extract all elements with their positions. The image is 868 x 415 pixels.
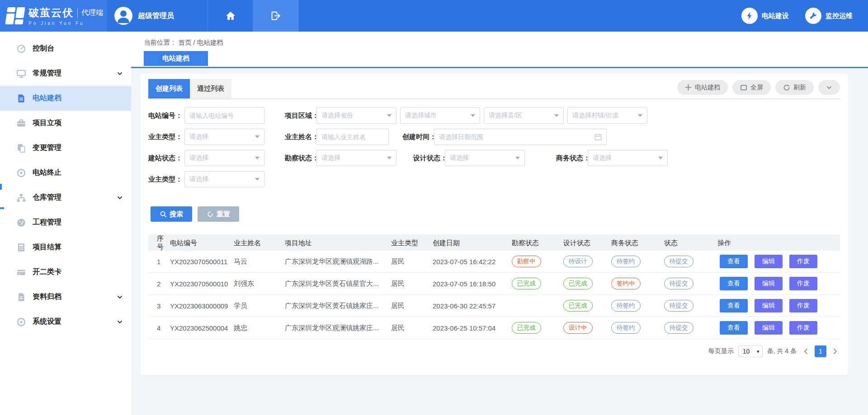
owner-type-select[interactable]: 请选择 xyxy=(184,129,264,145)
view-button[interactable]: 查看 xyxy=(720,299,748,312)
status-badge: 待提交 xyxy=(664,322,693,334)
void-button[interactable]: 作废 xyxy=(789,255,817,268)
edit-button[interactable]: 编辑 xyxy=(755,255,783,268)
sidebar-item-system-settings[interactable]: 系统设置 xyxy=(0,309,131,334)
prev-page-button[interactable] xyxy=(801,345,810,357)
sidebar-item-project-settlement[interactable]: 项目结算 xyxy=(0,235,131,260)
edit-button[interactable]: 编辑 xyxy=(755,299,783,312)
monitor-icon xyxy=(16,69,26,79)
target-icon xyxy=(16,317,26,327)
city-select[interactable]: 请选择城市 xyxy=(400,107,480,124)
view-button[interactable]: 查看 xyxy=(720,321,748,335)
user-menu[interactable]: 超级管理员 xyxy=(107,0,208,32)
chevron-down-icon xyxy=(117,319,123,325)
status-badge: 待设计 xyxy=(563,256,593,267)
void-button[interactable]: 作废 xyxy=(789,321,817,335)
per-page-select[interactable]: 10 ▾ xyxy=(738,345,763,357)
status-badge: 待提交 xyxy=(664,300,693,312)
reset-icon xyxy=(207,210,214,218)
page-tab-station-archive[interactable]: 电站建档 xyxy=(144,51,208,66)
chevron-down-icon xyxy=(117,195,123,201)
build-status-select[interactable]: 请选择 xyxy=(184,150,264,166)
status-badge: 待签约 xyxy=(611,300,641,312)
chevron-right-icon xyxy=(833,348,838,354)
caret-down-icon: ▾ xyxy=(757,349,760,354)
chevron-left-icon xyxy=(803,348,808,354)
filter-label: 电站编号： xyxy=(148,112,184,120)
refresh-button[interactable]: 刷新 xyxy=(775,80,814,95)
logout-button[interactable] xyxy=(253,0,298,32)
void-button[interactable]: 作废 xyxy=(789,299,817,312)
refresh-icon xyxy=(783,84,790,91)
search-button[interactable]: 搜索 xyxy=(151,206,192,222)
filter-label: 设计状态： xyxy=(413,154,445,163)
status-badge: 待签约 xyxy=(611,322,641,334)
caret-down-icon xyxy=(255,135,259,138)
filter-label: 业主姓名： xyxy=(285,133,316,141)
caret-down-icon xyxy=(638,114,642,117)
sidebar-item-station-archive[interactable]: 电站建档 xyxy=(0,86,131,111)
edit-button[interactable]: 编辑 xyxy=(755,277,783,290)
sidebar-item-project-initiation[interactable]: 项目立项 xyxy=(0,111,131,135)
add-station-button[interactable]: 电站建档 xyxy=(677,80,728,95)
edit-button[interactable]: 编辑 xyxy=(755,321,783,335)
owner-type2-select[interactable]: 请选择 xyxy=(184,171,264,187)
owner-name-input[interactable] xyxy=(316,129,389,145)
sidebar-item-engineering-mgmt[interactable]: 工程管理 xyxy=(0,210,131,235)
nav-station-construction[interactable]: 电站建设 xyxy=(741,8,789,24)
filter-label: 项目区域： xyxy=(285,112,316,120)
next-page-button[interactable] xyxy=(831,345,840,357)
void-button[interactable]: 作废 xyxy=(789,277,817,290)
briefcase-icon xyxy=(16,118,26,128)
page-number-button[interactable]: 1 xyxy=(815,345,826,357)
table-row: 2 YX2023070500010 刘强东 广东深圳龙华区黄石镇星官大... 居… xyxy=(148,273,840,295)
scroll-indicator xyxy=(0,207,4,209)
view-button[interactable]: 查看 xyxy=(720,255,748,268)
caret-down-icon xyxy=(554,114,559,117)
home-button[interactable] xyxy=(208,0,253,32)
station-no-input[interactable] xyxy=(184,107,264,124)
caret-down-icon xyxy=(515,157,520,159)
document-icon xyxy=(16,292,26,302)
sidebar-item-type2-card[interactable]: 开二类卡 xyxy=(0,260,131,284)
chevron-down-icon xyxy=(826,84,832,91)
sidebar-item-warehouse-mgmt[interactable]: 仓库管理 xyxy=(0,185,131,210)
design-status-select[interactable]: 请选择 xyxy=(445,150,525,166)
station-table: 序号 电站编号 业主姓名 项目地址 业主类型 创建日期 勘察状态 设计状态 商务… xyxy=(148,234,840,339)
filter-label: 勘察状态： xyxy=(285,154,316,163)
brand-title: 破茧云伏 xyxy=(28,6,74,20)
county-select[interactable]: 请选择县/区 xyxy=(484,107,564,124)
sidebar-item-console[interactable]: 控制台 xyxy=(0,36,131,61)
date-range-input[interactable] xyxy=(434,129,607,145)
tab-passed-list[interactable]: 通过列表 xyxy=(190,79,231,98)
filter-form: 电站编号： 项目区域： 请选择省份 请选择城市 请选择县/区 xyxy=(140,99,848,187)
main-content: 当前位置： 首页 / 电站建档 电站建档 创建列表 通过列表 xyxy=(131,32,868,415)
user-icon xyxy=(114,7,132,25)
calculator-icon xyxy=(16,242,26,252)
top-header: 破茧云伏 代理端 Po Jian Yun Fu 超级管理员 xyxy=(0,0,868,32)
sidebar-item-station-termination[interactable]: 电站终止 xyxy=(0,160,131,185)
fullscreen-button[interactable]: 全屏 xyxy=(732,80,771,95)
business-status-select[interactable]: 请选择 xyxy=(588,150,668,166)
view-button[interactable]: 查看 xyxy=(720,277,748,290)
sidebar-item-data-archive[interactable]: 资料归档 xyxy=(0,284,131,309)
status-badge: 待提交 xyxy=(664,256,693,267)
total-count-text: 条, 共 4 条 xyxy=(767,347,797,355)
sidebar-item-general-mgmt[interactable]: 常规管理 xyxy=(0,61,131,86)
filter-label: 创建时间： xyxy=(402,133,434,141)
sidebar-item-change-mgmt[interactable]: 变更管理 xyxy=(0,135,131,160)
app-window: 破茧云伏 代理端 Po Jian Yun Fu 超级管理员 xyxy=(0,0,868,415)
status-badge: 已完成 xyxy=(563,300,593,312)
province-select[interactable]: 请选择省份 xyxy=(316,107,396,124)
survey-status-select[interactable]: 请选择 xyxy=(316,150,396,166)
filter-label: 业主类型： xyxy=(148,175,184,184)
collapse-toolbar-button[interactable] xyxy=(818,80,840,95)
fullscreen-icon xyxy=(740,84,747,91)
table-row: 1 YX2023070500011 马云 广东深圳龙华区观澜镇观湖路... 居民… xyxy=(148,251,840,273)
avatar xyxy=(114,7,132,25)
town-select[interactable]: 请选择村镇/街道 xyxy=(567,107,647,124)
breadcrumb-link-home[interactable]: 首页 xyxy=(179,39,192,46)
tab-create-list[interactable]: 创建列表 xyxy=(148,79,190,98)
reset-button[interactable]: 重置 xyxy=(198,206,239,222)
nav-monitoring-ops[interactable]: 监控运维 xyxy=(805,8,853,24)
